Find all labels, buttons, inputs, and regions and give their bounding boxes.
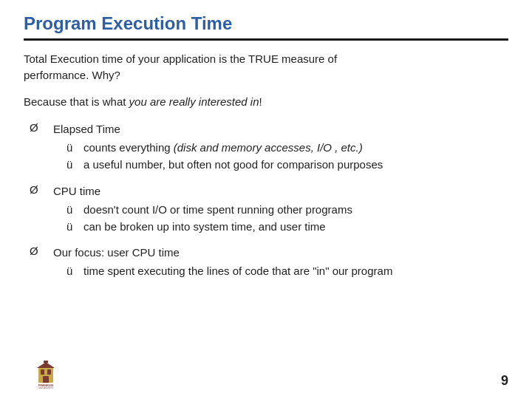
bullet-symbol-elapsed: Ø: [30, 121, 50, 134]
elapsed-sub-1-text: a useful number, but often not good for …: [83, 157, 383, 173]
slide: Program Execution Time Total Execution t…: [0, 0, 532, 399]
elapsed-sub-1: ü a useful number, but often not good fo…: [66, 157, 508, 173]
svg-rect-3: [43, 376, 49, 383]
section-focus: Ø Our focus: user CPU time ü time spent …: [24, 245, 508, 279]
elapsed-sub-0: ü counts everything (disk and memory acc…: [66, 140, 508, 156]
bullet-elapsed: Ø Elapsed Time: [24, 121, 508, 137]
because-italic: you are really interested in: [129, 95, 259, 108]
svg-rect-1: [41, 369, 44, 375]
intro-line2: performance. Why?: [24, 69, 120, 81]
because-prefix: Because that is what: [24, 95, 129, 108]
title-divider: [24, 38, 508, 41]
cpu-sub-1-text: can be broken up into system time, and u…: [83, 219, 326, 235]
focus-sub-0-text: time spent executing the lines of code t…: [83, 263, 392, 279]
section-cpu: Ø CPU time ü doesn't count I/O or time s…: [24, 183, 508, 235]
footer: FRANKLIN UNIVERSITY 9: [0, 359, 532, 389]
bullet-symbol-cpu: Ø: [30, 183, 50, 196]
focus-subbullets: ü time spent executing the lines of code…: [66, 263, 508, 279]
because-suffix: !: [259, 95, 262, 108]
page-number: 9: [501, 373, 508, 389]
svg-text:UNIVERSITY: UNIVERSITY: [38, 387, 54, 389]
bullet-symbol-focus: Ø: [30, 245, 50, 257]
cpu-sub-0: ü doesn't count I/O or time spent runnin…: [66, 202, 508, 218]
check-cpu-0: ü: [66, 202, 80, 218]
elapsed-sub-0-prefix: counts everything: [83, 141, 174, 154]
cpu-subbullets: ü doesn't count I/O or time spent runnin…: [66, 202, 508, 235]
cpu-label: CPU time: [53, 183, 100, 199]
elapsed-subbullets: ü counts everything (disk and memory acc…: [66, 140, 508, 173]
elapsed-label: Elapsed Time: [53, 121, 120, 137]
svg-marker-4: [37, 362, 55, 368]
franklin-university-logo: FRANKLIN UNIVERSITY: [24, 359, 68, 389]
svg-rect-2: [47, 369, 51, 375]
check-cpu-1: ü: [66, 219, 80, 235]
intro-paragraph: Total Execution time of your application…: [24, 51, 508, 83]
check-elapsed-0: ü: [66, 140, 80, 156]
slide-title: Program Execution Time: [24, 13, 508, 34]
section-elapsed: Ø Elapsed Time ü counts everything (disk…: [24, 121, 508, 173]
logo-container: FRANKLIN UNIVERSITY: [24, 359, 68, 389]
elapsed-sub-0-text: counts everything (disk and memory acces…: [83, 140, 363, 156]
because-paragraph: Because that is what you are really inte…: [24, 94, 508, 110]
elapsed-sub-0-italic: (disk and memory accesses, I/O , etc.): [174, 141, 363, 154]
check-elapsed-1: ü: [66, 157, 80, 173]
svg-rect-5: [44, 361, 48, 363]
intro-line1: Total Execution time of your application…: [24, 52, 337, 65]
cpu-sub-1: ü can be broken up into system time, and…: [66, 219, 508, 235]
cpu-sub-0-text: doesn't count I/O or time spent running …: [83, 202, 352, 218]
bullet-focus: Ø Our focus: user CPU time: [24, 245, 508, 260]
check-focus-0: ü: [66, 263, 80, 279]
focus-sub-0: ü time spent executing the lines of code…: [66, 263, 508, 279]
bullet-cpu: Ø CPU time: [24, 183, 508, 199]
focus-label: Our focus: user CPU time: [53, 245, 180, 260]
